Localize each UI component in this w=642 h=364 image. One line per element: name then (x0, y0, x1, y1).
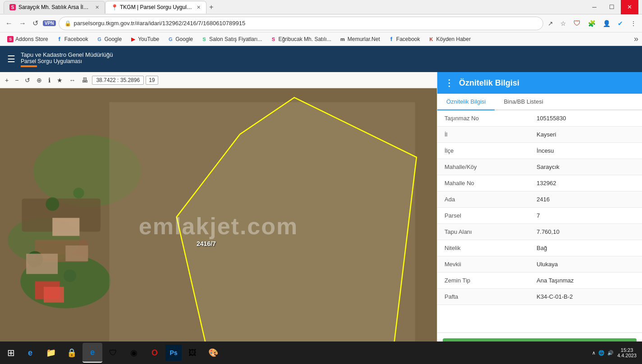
pan-button[interactable]: ⊕ (34, 76, 44, 85)
bookmarks-bar: S Addons Store f Facebook G Google ▶ You… (0, 32, 642, 46)
taskbar-chevron-icon[interactable]: ∧ (592, 350, 596, 356)
tab-bina[interactable]: Bina/BB Listesi (495, 94, 552, 110)
taskbar-icon-paint[interactable]: 🎨 (203, 343, 223, 363)
back-button[interactable]: ← (4, 18, 14, 29)
map-area[interactable]: + − ↺ ⊕ ℹ ★ ↔ 🖶 38.7422 : 35.2896 19 (0, 72, 437, 364)
measure-button[interactable]: ↔ (67, 76, 78, 85)
tabs-container: S Sarayçık Mh. Satılık Arsa İlanları ...… (4, 1, 584, 14)
share-button[interactable]: ↗ (546, 18, 555, 29)
new-tab-button[interactable]: + (206, 3, 216, 11)
satellite-bg-svg (0, 88, 437, 364)
panel-body: Taşınmaz No105155830İlKayseriİlçeİncesuM… (437, 110, 642, 332)
info-field-label: Taşınmaz No (437, 110, 529, 127)
maximize-button[interactable]: ☐ (603, 0, 621, 14)
more-button[interactable]: ⋮ (628, 18, 638, 29)
bookmark-egribucak-label: Eğribucak Mh. Satılı... (278, 36, 331, 42)
taskbar-icon-photos[interactable]: 🖼 (183, 343, 202, 363)
hamburger-icon[interactable]: ☰ (7, 54, 15, 64)
bookmark-google1[interactable]: G Google (92, 35, 125, 44)
bookmark-youtube-favicon: ▶ (130, 36, 136, 42)
tab1-title: Sarayçık Mh. Satılık Arsa İlanları ... (18, 4, 91, 10)
star-button[interactable]: ☆ (559, 18, 568, 29)
info-panel: ⋮ Öznitelik Bilgisi Öznitelik Bilgisi Bi… (437, 72, 642, 364)
taskbar: ⊞ e 📁 🔒 e 🛡 ◉ O Ps 🖼 🎨 ∧ 🌐 🔊 15:23 4.4.2… (0, 341, 642, 364)
taskbar-time: 15:23 4.4.2023 (617, 347, 637, 358)
svg-rect-11 (65, 246, 88, 261)
panel-options-icon[interactable]: ⋮ (445, 77, 454, 88)
info-field-value: 132962 (529, 175, 642, 191)
bookmark-facebook2[interactable]: f Facebook (385, 35, 424, 44)
title-bar: S Sarayçık Mh. Satılık Arsa İlanları ...… (0, 0, 642, 14)
taskbar-icon-security[interactable]: 🔒 (62, 343, 82, 363)
zoom-in-button[interactable]: + (3, 76, 11, 85)
vpn-badge: VPN (43, 20, 56, 26)
address-bar[interactable]: 🔒 parselsorgu.tkgm.gov.tr/#ara/idari/132… (59, 17, 543, 30)
bookmark-memurlar[interactable]: m Memurlar.Net (336, 35, 384, 44)
favorite-map-button[interactable]: ★ (55, 76, 65, 85)
bookmark-egribucak-favicon: S (270, 36, 276, 42)
taskbar-icon-ie[interactable]: e (20, 343, 40, 363)
taskbar-volume-icon[interactable]: 🔊 (607, 350, 614, 356)
taskbar-icon-explorer[interactable]: 📁 (41, 343, 61, 363)
taskbar-icon-opera[interactable]: O (145, 343, 165, 363)
svg-rect-15 (44, 287, 64, 303)
info-table-row: Tapu Alanı7.760,10 (437, 224, 642, 240)
forward-button[interactable]: → (17, 18, 28, 29)
tab-oznitelik[interactable]: Öznitelik Bilgisi (437, 94, 495, 110)
browser-tab-2[interactable]: 📍 TKGM | Parsel Sorgu Uygulaması ✕ (105, 1, 206, 14)
app-title-main: Tapu ve Kadastro Genel Müdürlüğü (21, 51, 113, 58)
info-table-row: NitelikBağ (437, 240, 642, 256)
shield-icon[interactable]: 🛡 (572, 18, 582, 29)
reload-button[interactable]: ↺ (31, 17, 40, 29)
bookmark-koyden[interactable]: K Köyden Haber (425, 35, 475, 44)
minimize-button[interactable]: ─ (586, 0, 603, 14)
taskbar-icon-vpn[interactable]: 🛡 (103, 343, 123, 363)
browser-tab-1[interactable]: S Sarayçık Mh. Satılık Arsa İlanları ...… (4, 1, 105, 14)
reset-button[interactable]: ↺ (23, 76, 32, 85)
svg-point-7 (73, 188, 84, 199)
window-controls: ─ ☐ ✕ (586, 0, 638, 14)
bookmark-koyden-favicon: K (428, 36, 435, 42)
orange-accent-bar (21, 65, 37, 67)
bookmark-youtube[interactable]: ▶ YouTube (126, 35, 163, 44)
close-button[interactable]: ✕ (621, 0, 638, 14)
bookmark-addons[interactable]: S Addons Store (4, 35, 52, 44)
tab2-close-btn[interactable]: ✕ (197, 5, 201, 10)
extension-button[interactable]: 🧩 (586, 18, 597, 29)
print-button[interactable]: 🖶 (79, 76, 90, 85)
bookmark-facebook2-label: Facebook (396, 36, 420, 42)
bookmark-facebook1-label: Facebook (64, 36, 88, 42)
coordinates-display: 38.7422 : 35.2896 (92, 76, 144, 85)
bookmark-salon[interactable]: S Salon Satış Fiyatları... (197, 35, 266, 44)
taskbar-icon-chrome[interactable]: ◉ (124, 343, 144, 363)
info-field-label: Mevkii (437, 256, 529, 273)
bookmark-google2[interactable]: G Google (164, 35, 197, 44)
info-tool-button[interactable]: ℹ (46, 76, 53, 85)
satellite-map[interactable]: emlakjet.com 2416/7 Google (0, 88, 437, 364)
bookmarks-more-icon[interactable]: » (634, 34, 638, 44)
svg-rect-13 (109, 102, 415, 364)
security-check-icon[interactable]: ✔ (616, 18, 625, 29)
taskbar-icon-ps[interactable]: Ps (165, 345, 182, 361)
bookmark-memurlar-label: Memurlar.Net (348, 36, 380, 42)
info-field-label: Mahalle No (437, 175, 529, 191)
info-field-value: Ana Taşınmaz (529, 273, 642, 289)
info-field-label: Parsel (437, 208, 529, 224)
bookmark-facebook1[interactable]: f Facebook (53, 35, 92, 44)
bookmark-google2-favicon: G (167, 36, 174, 42)
taskbar-icon-edge[interactable]: e (83, 343, 102, 363)
bookmark-addons-label: Addons Store (15, 36, 48, 42)
start-button[interactable]: ⊞ (2, 345, 20, 361)
info-table-row: Parsel7 (437, 208, 642, 224)
bookmark-google1-favicon: G (96, 36, 102, 42)
tab1-favicon: S (9, 4, 16, 10)
info-field-value: Bağ (529, 240, 642, 256)
profile-button[interactable]: 👤 (601, 18, 612, 29)
tab1-close-btn[interactable]: ✕ (95, 5, 99, 10)
svg-rect-12 (26, 254, 58, 274)
bookmark-egribucak[interactable]: S Eğribucak Mh. Satılı... (266, 35, 335, 44)
zoom-out-button[interactable]: − (13, 76, 21, 85)
svg-point-6 (46, 197, 59, 211)
main-content: + − ↺ ⊕ ℹ ★ ↔ 🖶 38.7422 : 35.2896 19 (0, 72, 642, 364)
taskbar-network-icon: 🌐 (598, 350, 605, 356)
